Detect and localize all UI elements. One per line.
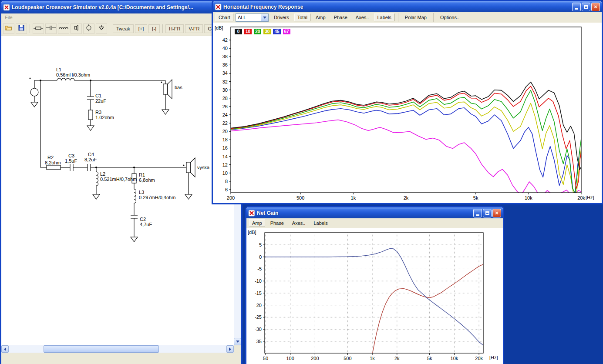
amp-button[interactable]: Amp [313, 13, 329, 21]
component-C3[interactable]: C3 1,5uF [65, 153, 77, 171]
hscroll-thumb[interactable] [44, 345, 159, 353]
schematic-canvas[interactable]: L1 0.56mH/0.3ohm C1 22uF R3 1.02ohm R2 8 [1, 36, 234, 345]
speaker-vyska[interactable]: vyska [186, 158, 210, 177]
component-L2[interactable]: L2 0.521mH/0,7ohm [96, 171, 137, 186]
y-tick-label: -35 [255, 339, 262, 344]
maximize-button[interactable] [582, 3, 590, 11]
phase-button[interactable]: Phase [331, 13, 350, 21]
arrow-left-icon [4, 347, 6, 351]
zoom-in-button[interactable]: [+] [135, 24, 148, 33]
y-tick-label: 28 [222, 96, 228, 101]
y-tick-label: 38 [222, 54, 228, 59]
zoom-out-button[interactable]: [-] [148, 24, 160, 33]
chart-type-select[interactable]: ALL [236, 13, 269, 22]
maximize-icon [485, 211, 489, 215]
drivers-button[interactable]: Drivers [271, 13, 292, 21]
horizontal-scrollbar[interactable] [1, 345, 234, 353]
menubar: File [1, 13, 241, 21]
x-tick-label: 50 [263, 356, 268, 361]
tweak-button[interactable]: Tweak [113, 24, 134, 33]
component-L3[interactable]: L3 0.297mH/0,4ohm [134, 189, 175, 203]
x-tick-label: 500 [296, 195, 304, 200]
component-C1[interactable]: C1 22uF [87, 93, 106, 104]
x-tick-label: 500 [344, 356, 351, 361]
main-window: Loudspeaker Crossover Simulator v2.0.4a … [0, 0, 243, 364]
y-tick-label: 18 [222, 137, 228, 142]
netgain-titlebar[interactable]: Net Gain × [246, 207, 503, 218]
open-button[interactable] [3, 23, 14, 34]
series-67 [231, 120, 581, 197]
minimize-button[interactable] [473, 209, 482, 217]
hfr-chart: 2005001k2k5k10k20k4240383634323028262422… [213, 23, 602, 203]
resistor-tool-button[interactable] [33, 23, 44, 34]
arrow-down-icon [236, 341, 239, 343]
chart-button[interactable]: Chart [216, 13, 233, 21]
source-tool-button[interactable] [83, 23, 94, 34]
minimize-icon [575, 8, 578, 10]
capacitor-icon [46, 25, 56, 32]
chevron-down-icon[interactable] [261, 14, 268, 21]
component-source[interactable] [30, 88, 38, 96]
x-tick-label: 10k [525, 195, 532, 200]
component-L1[interactable]: L1 0.56mH/0.3ohm [56, 67, 90, 80]
series-red [371, 264, 484, 363]
netgain-window: Net Gain × Amp Phase Axes.. Labels [dB] … [245, 206, 504, 364]
ng-axes-button[interactable]: Axes.. [289, 219, 309, 227]
vfr-button[interactable]: V-FR [185, 24, 203, 33]
capacitor-tool-button[interactable] [45, 23, 57, 34]
maximize-button[interactable] [483, 209, 492, 217]
y-tick-label: 30 [222, 87, 228, 93]
component-C2[interactable]: C2 4,7uF [131, 215, 152, 227]
main-titlebar[interactable]: Loudspeaker Crossover Simulator v2.0.4a … [1, 1, 241, 13]
save-floppy-icon [18, 25, 24, 32]
component-C4[interactable]: C4 8,2uF [84, 152, 97, 171]
component-ref: C2 [140, 217, 146, 222]
x-tick-label: 100 [286, 356, 294, 361]
polar-map-button[interactable]: Polar Map [402, 13, 430, 21]
y-tick-label: 36 [222, 62, 228, 67]
options-button[interactable]: Options.. [437, 13, 462, 21]
hfr-window-title: Horizontal Frequency Response [223, 4, 570, 10]
y-tick-label: 8 [225, 179, 228, 184]
x-tick-label: 20k [475, 356, 483, 361]
axes-button[interactable]: Axes.. [353, 13, 372, 21]
speaker-label: vyska [197, 165, 210, 170]
minimize-button[interactable] [572, 3, 581, 11]
app-icon [248, 210, 255, 217]
scroll-down-button[interactable] [234, 338, 241, 345]
labels-button[interactable]: Labels [374, 13, 394, 21]
hfr-button[interactable]: H-FR [165, 24, 184, 33]
hfr-titlebar[interactable]: Horizontal Frequency Response × [213, 1, 602, 12]
y-tick-label: 42 [222, 37, 228, 43]
legend-item: 30 [263, 29, 271, 34]
menu-file[interactable]: File [1, 14, 16, 20]
y-tick-label: 32 [222, 79, 228, 84]
plot-border [231, 27, 581, 193]
component-value: 0.297mH/0,4ohm [139, 195, 175, 200]
component-ref: L3 [139, 190, 144, 195]
speaker-tool-button[interactable] [71, 23, 82, 34]
maximize-icon [584, 5, 588, 9]
scroll-left-button[interactable] [1, 345, 9, 353]
speaker-label: bas [175, 85, 182, 90]
minimize-icon [476, 214, 479, 216]
component-R2[interactable]: R2 8,2ohm [45, 155, 61, 170]
close-button[interactable]: × [591, 3, 600, 11]
component-ref: C3 [68, 153, 74, 158]
app-icon [3, 4, 10, 11]
inductor-tool-button[interactable] [58, 23, 69, 34]
component-value: 8,2ohm [45, 160, 61, 165]
ng-phase-button[interactable]: Phase [267, 219, 287, 227]
speaker-bas[interactable]: bas [163, 80, 182, 99]
close-button[interactable]: × [492, 209, 501, 217]
ng-labels-button[interactable]: Labels [310, 219, 330, 227]
series-10 [231, 86, 581, 189]
total-button[interactable]: Total [294, 13, 310, 21]
component-R3[interactable]: R3 1.02ohm [88, 110, 114, 120]
legend-item: 10 [244, 29, 252, 34]
ng-amp-button[interactable]: Amp [249, 219, 265, 227]
save-button[interactable] [16, 23, 27, 34]
scroll-right-button[interactable] [226, 345, 234, 353]
ground-tool-button[interactable] [96, 23, 107, 34]
toolbar-separator [110, 24, 110, 33]
